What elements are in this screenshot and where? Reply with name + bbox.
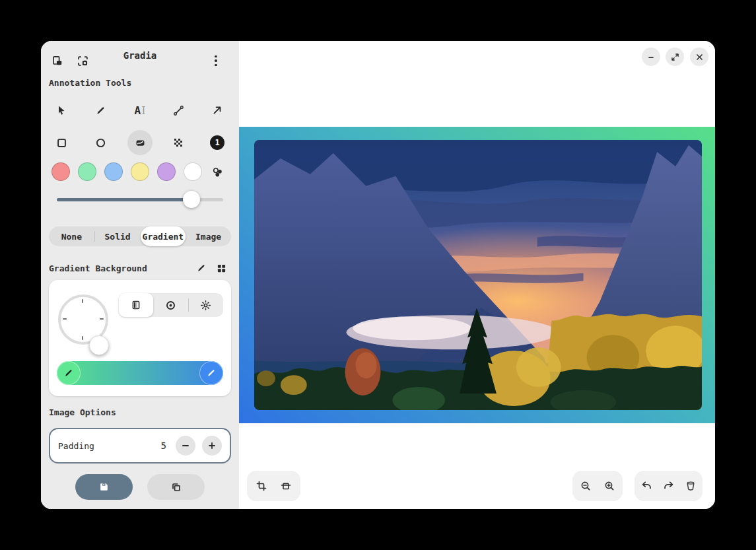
square-icon — [56, 137, 67, 149]
app-window: Gradia Annotation Tools AI — [41, 41, 715, 509]
undo-icon — [641, 481, 652, 491]
edit-end-color-button[interactable] — [199, 361, 223, 385]
gradient-type-radial[interactable] — [153, 293, 188, 317]
grid-icon — [217, 263, 226, 273]
gradient-presets-button[interactable] — [211, 260, 231, 276]
image-options-label: Image Options — [49, 407, 116, 417]
color-swatch-yellow[interactable] — [131, 162, 149, 181]
color-picker-icon — [212, 166, 223, 178]
annotation-tools-label: Annotation Tools — [49, 78, 131, 88]
sun-icon — [200, 300, 211, 311]
text-tool-icon: A — [135, 104, 141, 117]
padding-increase-button[interactable] — [202, 436, 222, 456]
background-mode-switcher: None Solid Gradient Image — [49, 226, 231, 246]
tool-arrow[interactable] — [206, 99, 228, 121]
tool-select[interactable] — [50, 99, 73, 121]
save-button[interactable] — [75, 474, 133, 500]
gradient-frame[interactable] — [239, 127, 715, 423]
pencil-icon — [207, 368, 216, 378]
menu-button[interactable] — [210, 50, 222, 72]
maximize-icon — [671, 53, 679, 61]
radial-gradient-icon — [165, 300, 176, 311]
line-icon — [173, 105, 184, 116]
padding-decrease-button[interactable] — [176, 436, 195, 456]
zoom-toolbar — [572, 471, 623, 501]
stroke-size-slider[interactable] — [57, 191, 223, 207]
canvas-area — [239, 41, 715, 509]
angle-dial-knob[interactable] — [89, 335, 109, 355]
censor-icon — [173, 137, 184, 148]
angle-dial[interactable] — [58, 294, 108, 345]
pencil-icon — [64, 368, 73, 378]
edit-gradient-button[interactable] — [191, 260, 211, 276]
copy-icon — [171, 482, 182, 493]
close-icon — [695, 53, 704, 61]
gradient-type-linear[interactable] — [119, 293, 153, 317]
close-button[interactable] — [690, 48, 708, 66]
redo-icon — [664, 481, 674, 491]
padding-row: Padding 5 — [49, 428, 231, 464]
sidebar-action-bar — [41, 465, 239, 509]
gradient-type-conic[interactable] — [189, 293, 223, 317]
crop-icon — [256, 481, 267, 491]
color-swatch-white[interactable] — [184, 162, 202, 181]
tool-line[interactable] — [167, 99, 189, 121]
crop-button[interactable] — [251, 475, 272, 497]
color-swatch-purple[interactable] — [157, 162, 176, 181]
tool-square[interactable] — [50, 131, 73, 154]
tool-censor[interactable] — [167, 131, 189, 154]
screenshot-photo[interactable] — [254, 140, 702, 410]
mountain-sunset-image — [254, 140, 702, 410]
undo-button[interactable] — [636, 475, 657, 497]
gradient-preview-bar[interactable] — [57, 361, 223, 385]
crop-toolbar — [247, 471, 300, 501]
minus-icon — [182, 442, 189, 450]
color-swatch-green[interactable] — [78, 162, 96, 181]
zoom-in-icon — [604, 481, 615, 491]
edit-start-color-button[interactable] — [57, 361, 81, 385]
padding-value: 5 — [161, 440, 166, 451]
mode-gradient[interactable]: Gradient — [141, 226, 186, 246]
copy-button[interactable] — [147, 474, 205, 500]
zoom-in-button[interactable] — [599, 475, 620, 497]
mode-none[interactable]: None — [49, 226, 94, 246]
gradient-background-label: Gradient Background — [49, 263, 147, 273]
pen-icon — [96, 106, 106, 116]
tool-highlighter[interactable] — [127, 130, 153, 155]
zoom-out-icon — [580, 481, 591, 491]
tool-pen[interactable] — [89, 99, 112, 121]
padding-label: Padding — [58, 441, 94, 451]
mode-solid[interactable]: Solid — [95, 226, 141, 246]
plus-icon — [208, 442, 216, 450]
sidebar-content: Gradia Annotation Tools AI — [41, 41, 239, 465]
delete-annotations-button[interactable] — [680, 475, 701, 497]
number-stamp-icon: 1 — [210, 135, 224, 150]
highlighter-icon — [135, 137, 146, 149]
cursor-icon — [56, 105, 67, 116]
sidebar: Gradia Annotation Tools AI — [41, 41, 239, 509]
custom-color-button[interactable] — [206, 160, 228, 183]
aspect-ratio-icon — [281, 481, 291, 491]
slider-thumb[interactable] — [183, 191, 200, 208]
tool-circle[interactable] — [89, 131, 112, 154]
slider-fill — [57, 198, 191, 201]
zoom-out-button[interactable] — [575, 475, 596, 497]
color-swatch-blue[interactable] — [104, 162, 123, 181]
color-swatch-red[interactable] — [52, 162, 70, 181]
maximize-button[interactable] — [666, 48, 684, 66]
minimize-button[interactable] — [642, 48, 660, 66]
app-title: Gradia — [41, 50, 239, 61]
aspect-ratio-button[interactable] — [275, 475, 296, 497]
gradient-editor-card: 141° — [49, 280, 231, 396]
save-icon — [98, 481, 110, 493]
tool-text[interactable]: AI — [129, 99, 151, 121]
minimize-icon — [646, 52, 656, 61]
gradient-type-switcher — [119, 293, 223, 317]
linear-gradient-icon — [131, 300, 141, 310]
redo-button[interactable] — [658, 475, 679, 497]
circle-icon — [95, 137, 106, 149]
history-toolbar — [635, 471, 703, 501]
tool-number-stamp[interactable]: 1 — [206, 131, 228, 154]
mode-image[interactable]: Image — [186, 226, 231, 246]
pencil-icon — [197, 263, 206, 273]
